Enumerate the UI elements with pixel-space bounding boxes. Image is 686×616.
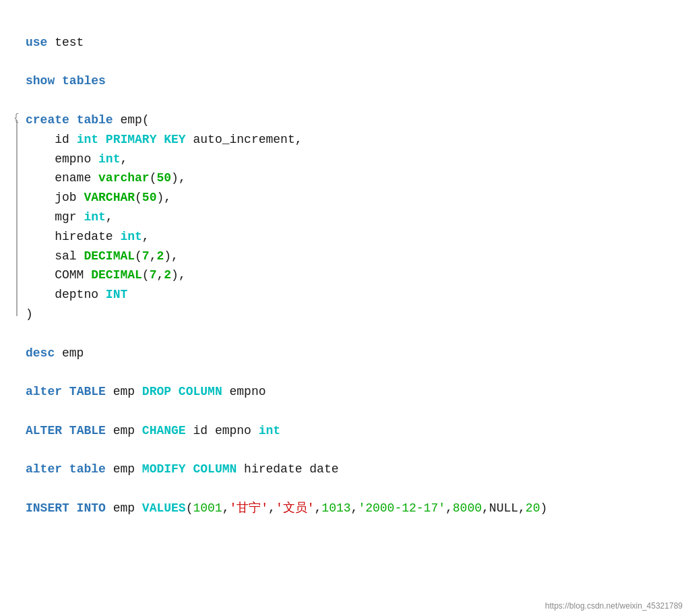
code-line: id int PRIMARY KEY auto_increment, <box>26 130 673 150</box>
code-line: ) <box>26 305 673 324</box>
code-line: empno int, <box>26 150 673 169</box>
code-line: create table emp( <box>26 111 673 130</box>
code-line: alter TABLE emp DROP COLUMN empno <box>26 382 673 402</box>
code-line: desc emp <box>26 344 673 363</box>
code-line: use test <box>26 33 673 53</box>
code-line: ALTER TABLE emp CHANGE id empno int <box>26 421 673 441</box>
code-line <box>26 479 673 499</box>
code-line <box>26 363 673 382</box>
code-line: INSERT INTO emp VALUES(1001,'甘宁','文员',10… <box>26 499 673 518</box>
code-line: ename varchar(50), <box>26 168 673 188</box>
code-line: job VARCHAR(50), <box>26 188 673 208</box>
code-line: sal DECIMAL(7,2), <box>26 247 673 266</box>
code-line <box>26 53 673 72</box>
code-line: deptno INT <box>26 285 673 305</box>
code-line <box>26 402 673 421</box>
code-line: show tables <box>26 71 673 91</box>
code-line: alter table emp MODIFY COLUMN hiredate d… <box>26 460 673 479</box>
code-line <box>26 324 673 344</box>
code-line: hiredate int, <box>26 227 673 247</box>
code-editor: use test show tables create table emp( i… <box>13 7 673 518</box>
watermark: https://blog.csdn.net/weixin_45321789 <box>545 600 683 613</box>
code-line <box>26 91 673 111</box>
code-line: COMM DECIMAL(7,2), <box>26 266 673 285</box>
code-line <box>26 441 673 460</box>
code-line: mgr int, <box>26 208 673 227</box>
